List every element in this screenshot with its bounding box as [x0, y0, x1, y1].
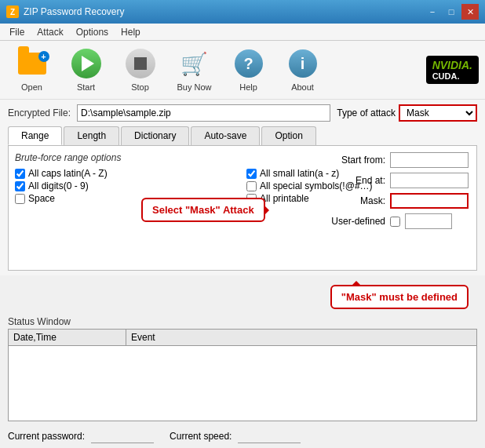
title-bar: Z ZIP Password Recovery − □ ✕	[0, 0, 485, 24]
close-button[interactable]: ✕	[461, 4, 479, 20]
main-content: Encrypted File: Select "Mask" Attack Typ…	[0, 100, 485, 275]
mask-input[interactable]	[390, 193, 469, 209]
user-defined-checkbox[interactable]	[390, 217, 400, 227]
current-speed-label: Current speed:	[170, 431, 232, 442]
help-icon: ?	[233, 48, 264, 79]
select-mask-callout: Select "Mask" Attack	[141, 198, 265, 222]
end-at-input[interactable]	[390, 173, 469, 188]
checkbox-digits: All digits(0 - 9)	[15, 180, 239, 191]
file-row: Encrypted File: Select "Mask" Attack Typ…	[8, 104, 477, 122]
stop-label: Stop	[131, 82, 149, 92]
status-table-body	[9, 346, 476, 421]
nvidia-badge: NVIDIA. CUDA.	[426, 56, 479, 84]
about-label: About	[291, 82, 314, 92]
user-defined-row: User-defined	[330, 213, 469, 229]
buynow-button[interactable]: 🛒 Buy Now	[169, 45, 220, 95]
tab-length[interactable]: Length	[64, 126, 119, 145]
tab-option[interactable]: Option	[261, 126, 315, 145]
small-label: All small latin(a - z)	[260, 168, 339, 179]
open-icon: +	[16, 48, 48, 79]
mask-label: Mask:	[330, 195, 385, 206]
start-from-row: Start from:	[330, 152, 469, 168]
space-checkbox[interactable]	[15, 194, 25, 204]
tab-range[interactable]: Range	[8, 126, 62, 145]
menu-file[interactable]: File	[3, 25, 31, 39]
status-table-header: Date,Time Event	[9, 330, 476, 346]
attack-type-group: Type of attack MaskBrute-forceDictionary	[337, 104, 477, 122]
about-icon: i	[287, 48, 319, 79]
stop-button[interactable]: Stop	[115, 45, 166, 95]
caps-checkbox[interactable]	[15, 169, 25, 179]
menu-options[interactable]: Options	[70, 25, 115, 39]
encrypted-file-input[interactable]	[77, 104, 330, 122]
about-button[interactable]: i About	[277, 45, 328, 95]
mask-row: Mask:	[330, 193, 469, 209]
title-buttons: − □ ✕	[424, 4, 479, 20]
encrypted-file-label: Encrypted File:	[8, 107, 71, 118]
start-label: Start	[77, 82, 95, 92]
mask-callout: "Mask" must be defined	[341, 291, 458, 303]
stop-icon	[125, 48, 156, 79]
start-button[interactable]: Start	[60, 45, 111, 95]
attack-type-label: Type of attack	[337, 107, 396, 118]
status-window-label: Status Window	[8, 316, 477, 327]
space-label: Space	[28, 193, 55, 204]
buynow-label: Buy Now	[177, 82, 211, 92]
start-from-input[interactable]	[390, 152, 469, 168]
status-table: Date,Time Event	[8, 329, 477, 421]
toolbar: + Open Start Stop 🛒 Buy Now ? Help i	[0, 41, 485, 100]
open-label: Open	[21, 82, 42, 92]
status-window: Status Window Date,Time Event	[8, 316, 477, 421]
tabs: Range Length Dictionary Auto-save Option	[8, 126, 477, 145]
app-icon: Z	[6, 5, 19, 18]
attack-type-select[interactable]: MaskBrute-forceDictionary	[399, 104, 477, 122]
cart-icon: 🛒	[179, 48, 210, 79]
small-checkbox[interactable]	[246, 169, 257, 179]
start-from-label: Start from:	[330, 155, 385, 166]
bottom-status: Current password: Current speed:	[0, 426, 485, 446]
digits-label: All digits(0 - 9)	[28, 180, 89, 191]
right-fields: Start from: End at: Mask: User-defined	[330, 152, 469, 229]
special-checkbox[interactable]	[246, 181, 257, 191]
user-defined-label: User-defined	[330, 216, 385, 227]
menu-help[interactable]: Help	[115, 25, 147, 39]
current-password-label: Current password:	[8, 431, 85, 442]
tab-dictionary[interactable]: Dictionary	[121, 126, 189, 145]
checkbox-caps: All caps latin(A - Z)	[15, 168, 239, 179]
menu-attack[interactable]: Attack	[31, 25, 69, 39]
title-text: ZIP Password Recovery	[24, 6, 424, 17]
tab-autosave[interactable]: Auto-save	[191, 126, 260, 145]
current-password-field: Current password:	[8, 429, 154, 443]
cuda-text: CUDA.	[432, 71, 472, 81]
end-at-row: End at:	[330, 173, 469, 188]
help-button[interactable]: ? Help	[223, 45, 274, 95]
printable-label: All printable	[260, 193, 309, 204]
start-icon	[71, 48, 102, 79]
current-speed-value	[238, 429, 301, 443]
end-at-label: End at:	[330, 175, 385, 186]
menu-bar: File Attack Options Help	[0, 24, 485, 41]
user-defined-input[interactable]	[405, 213, 452, 229]
minimize-button[interactable]: −	[424, 4, 441, 20]
datetime-col-header: Date,Time	[9, 330, 126, 345]
open-button[interactable]: + Open	[6, 45, 57, 95]
nvidia-text: NVIDIA.	[432, 59, 472, 71]
caps-label: All caps latin(A - Z)	[28, 168, 108, 179]
current-speed-field: Current speed:	[170, 429, 301, 443]
maximize-button[interactable]: □	[443, 4, 460, 20]
help-label: Help	[239, 82, 257, 92]
current-password-value	[91, 429, 154, 443]
event-col-header: Event	[126, 330, 476, 345]
digits-checkbox[interactable]	[15, 181, 25, 191]
